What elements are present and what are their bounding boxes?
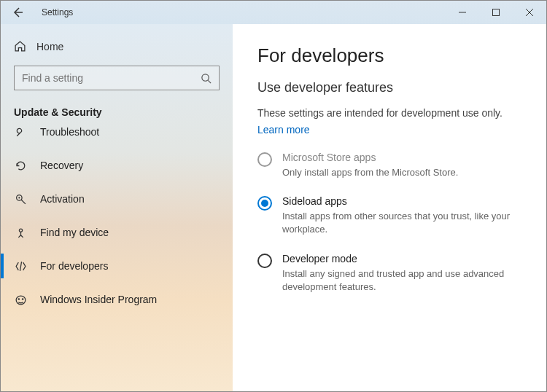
radio-developer-mode[interactable]: Developer mode Install any signed and tr… <box>257 253 521 294</box>
radio-circle-icon <box>257 254 272 268</box>
close-button[interactable] <box>513 1 546 24</box>
sidebar-item-label: Find my device <box>40 227 109 238</box>
radio-sublabel: Only install apps from the Microsoft Sto… <box>282 166 458 179</box>
sidebar-item-label: For developers <box>40 260 108 272</box>
page-description: These settings are intended for developm… <box>257 107 521 119</box>
svg-rect-0 <box>493 9 500 16</box>
minimize-button[interactable] <box>446 1 479 24</box>
svg-point-5 <box>18 298 20 300</box>
titlebar: Settings <box>1 1 546 24</box>
radio-label: Sideload apps <box>282 195 521 207</box>
sidebar-item-label: Recovery <box>40 160 83 171</box>
activation-icon <box>14 192 27 205</box>
sidebar-item-recovery[interactable]: Recovery <box>1 149 233 182</box>
content-pane: For developers Use developer features Th… <box>233 24 546 391</box>
radio-circle-icon <box>257 152 272 167</box>
radio-sublabel: Install apps from other sources that you… <box>282 210 521 236</box>
maximize-button[interactable] <box>479 1 513 24</box>
sidebar-item-activation[interactable]: Activation <box>1 182 233 216</box>
sidebar-home[interactable]: Home <box>1 40 233 66</box>
sidebar-item-for-developers[interactable]: For developers <box>1 249 233 283</box>
svg-point-6 <box>21 298 23 300</box>
sidebar-item-find-my-device[interactable]: Find my device <box>1 216 233 249</box>
svg-point-4 <box>19 229 22 232</box>
radio-label: Microsoft Store apps <box>282 152 458 163</box>
sidebar-item-label: Activation <box>40 193 85 205</box>
developers-icon <box>14 259 27 273</box>
svg-point-3 <box>18 197 20 198</box>
sidebar-item-insider[interactable]: Windows Insider Program <box>1 283 233 316</box>
recovery-icon <box>14 159 27 172</box>
radio-circle-icon <box>257 196 272 211</box>
sidebar-home-label: Home <box>36 41 63 52</box>
sidebar-section-title: Update & Security <box>1 106 233 122</box>
insider-icon <box>14 293 27 306</box>
window-controls <box>446 1 546 24</box>
page-title: For developers <box>257 44 521 67</box>
search-icon <box>201 73 212 84</box>
back-button[interactable] <box>1 1 34 24</box>
radio-sideload-apps[interactable]: Sideload apps Install apps from other so… <box>257 195 521 236</box>
find-device-icon <box>14 226 27 239</box>
svg-point-1 <box>202 74 209 80</box>
page-subtitle: Use developer features <box>257 80 521 95</box>
home-icon <box>14 40 26 52</box>
sidebar-item-label: Windows Insider Program <box>40 294 157 305</box>
radio-sublabel: Install any signed and trusted app and u… <box>282 267 521 294</box>
search-box[interactable] <box>14 66 220 90</box>
nav-list: Troubleshoot Recovery Activation Find my… <box>1 122 233 391</box>
radio-microsoft-store-apps[interactable]: Microsoft Store apps Only install apps f… <box>257 152 521 179</box>
developer-mode-options: Microsoft Store apps Only install apps f… <box>257 152 521 294</box>
radio-label: Developer mode <box>282 253 521 264</box>
troubleshoot-icon <box>14 125 27 138</box>
learn-more-link[interactable]: Learn more <box>257 124 310 136</box>
sidebar-item-troubleshoot[interactable]: Troubleshoot <box>1 122 233 149</box>
search-input[interactable] <box>22 72 201 84</box>
window-title: Settings <box>34 7 73 17</box>
sidebar: Home Update & Security Troubleshoot Reco… <box>1 24 233 391</box>
sidebar-item-label: Troubleshoot <box>40 126 99 138</box>
